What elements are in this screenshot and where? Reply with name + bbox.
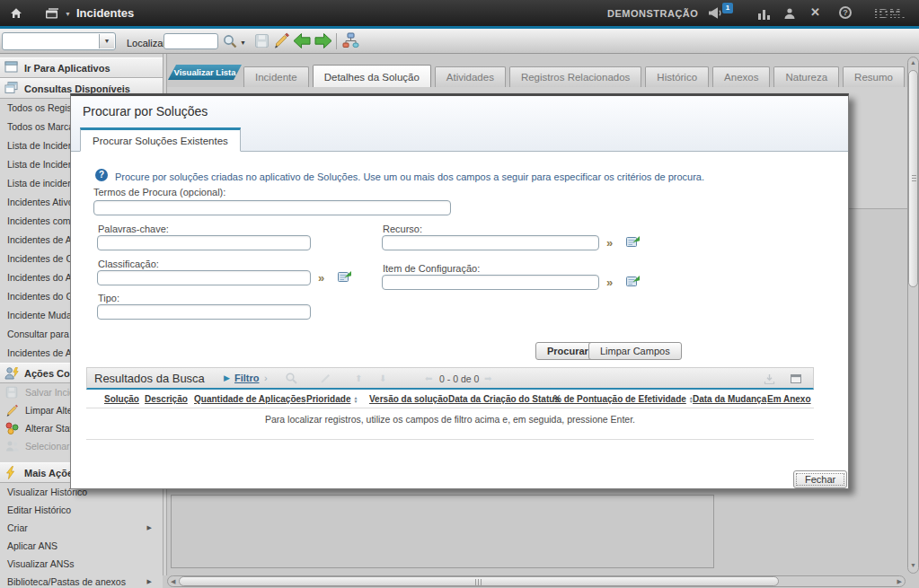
sort-icon[interactable]: ▲▼ <box>353 396 358 403</box>
more-actions-icon <box>4 466 20 479</box>
filter-link[interactable]: Filtro <box>234 373 260 383</box>
classification-input[interactable] <box>97 270 311 285</box>
close-icon[interactable]: ✕ <box>810 5 820 19</box>
next-record-icon[interactable] <box>314 32 332 49</box>
change-status-icon <box>5 422 21 434</box>
select-value-icon[interactable]: » <box>606 237 613 250</box>
application-window: ▼ Incidentes DEMONSTRAÇÃO 1 ✕ ? IBM. ▼ L… <box>0 0 919 588</box>
clear-fields-button[interactable]: Limpar Campos <box>588 342 682 360</box>
home-icon[interactable] <box>9 6 23 21</box>
filter-chevron-icon: › <box>264 373 268 383</box>
tab-hist-rico[interactable]: Histórico <box>645 66 709 87</box>
vertical-scrollbar[interactable]: ▲ ▼ <box>907 57 919 574</box>
keywords-input[interactable] <box>97 235 311 250</box>
bulletins-caret-icon[interactable]: ▼ <box>65 11 71 17</box>
column-header-quantidade-de-aplica-es[interactable]: Quantidade de Aplicações <box>194 394 306 404</box>
previous-page-icon: ⬅ <box>425 373 432 383</box>
profile-icon[interactable] <box>783 7 796 20</box>
action-editar-hist-rico[interactable]: Editar Histórico <box>0 501 163 519</box>
results-title: Resultados da Busca <box>94 372 205 385</box>
scroll-left-icon[interactable]: ◀ <box>171 576 175 586</box>
results-columns: SoluçãoDescriçãoQuantidade de Aplicações… <box>86 390 814 408</box>
select-value-icon[interactable]: » <box>318 272 324 285</box>
search-options-caret-icon[interactable]: ▼ <box>240 39 246 46</box>
action-biblioteca-pastas-de-anexos[interactable]: Biblioteca/Pastas de anexos▶ <box>0 573 163 588</box>
column-header-solu-o[interactable]: Solução <box>104 394 139 404</box>
search-results-section: Resultados da Busca ▶ Filtro › ⬆ ⬇ ⬅ 0 -… <box>86 367 814 440</box>
workflow-icon[interactable] <box>342 32 359 48</box>
horizontal-scrollbar[interactable]: ◀ ▶ <box>167 575 906 587</box>
app-title: Incidentes <box>76 6 134 20</box>
vertical-scrollbar-thumb[interactable] <box>908 70 918 287</box>
asset-label: Recurso: <box>383 224 422 234</box>
sidebar-header-label: Ir Para Aplicativos <box>24 63 110 74</box>
tab-registros-relacionados[interactable]: Registros Relacionados <box>509 66 641 87</box>
move-down-icon: ⬇ <box>379 373 386 383</box>
close-button[interactable]: Fechar <box>793 470 847 488</box>
scroll-down-icon[interactable]: ▼ <box>907 562 919 568</box>
thumb-grip <box>912 175 916 182</box>
tab-row: IncidenteDetalhes da SoluçãoAtividadesRe… <box>243 66 908 87</box>
action-criar[interactable]: Criar▶ <box>0 519 163 537</box>
tab-incidente[interactable]: Incidente <box>243 66 309 87</box>
submenu-arrow-icon: ▶ <box>147 519 152 537</box>
action-visualizar-anss[interactable]: Visualizar ANSs <box>0 555 163 573</box>
search-solutions-dialog: Procurar por Soluções Procurar Soluções … <box>70 93 849 489</box>
ibm-logo: IBM. <box>874 5 906 21</box>
record-form-panel <box>171 495 714 568</box>
tab-natureza[interactable]: Natureza <box>773 66 839 87</box>
type-input[interactable] <box>97 304 311 320</box>
tab-atividades[interactable]: Atividades <box>435 66 506 87</box>
report-chart-icon[interactable] <box>757 8 771 20</box>
tab-resumo[interactable]: Resumo <box>843 66 905 87</box>
column-header-em-anexo[interactable]: Em Anexo <box>767 394 811 404</box>
common-actions-icon <box>4 366 20 380</box>
info-icon: ? <box>95 169 108 181</box>
scroll-right-icon[interactable]: ▶ <box>897 576 902 586</box>
thumb-grip <box>475 579 482 585</box>
select-owner-icon <box>5 440 21 452</box>
column-header-de-pontua-o-de-efetividade[interactable]: % de Pontuação de Efetividade▲▼ <box>553 394 694 404</box>
column-header-data-da-cria-o-do-status[interactable]: Data da Criação do Status <box>448 394 560 404</box>
notification-badge: 1 <box>722 3 733 13</box>
tab-procurar-solucoes-existentes[interactable]: Procurar Soluções Existentes <box>80 127 241 152</box>
sidebar-header-go-to-apps[interactable]: Ir Para Aplicativos <box>0 57 163 78</box>
select-value-icon[interactable]: » <box>606 276 613 289</box>
tab-anexos[interactable]: Anexos <box>712 66 770 87</box>
query-combobox[interactable]: ▼ <box>2 32 116 50</box>
help-icon[interactable]: ? <box>839 6 852 19</box>
sidebar-header-label: Consultas Disponíveis <box>24 83 130 94</box>
column-header-descri-o[interactable]: Descrição <box>145 394 188 404</box>
tab-detalhes-da-solu-o[interactable]: Detalhes da Solução <box>313 65 431 87</box>
column-header-vers-o-da-solu-o[interactable]: Versão da solução <box>369 394 448 404</box>
search-terms-input[interactable] <box>93 200 451 215</box>
search-icon[interactable] <box>222 33 238 49</box>
move-up-icon: ⬆ <box>355 373 362 383</box>
chevron-down-icon[interactable]: ▼ <box>99 34 114 48</box>
clear-changes-icon[interactable] <box>273 32 291 49</box>
save-icon <box>254 33 270 48</box>
table-search-icon <box>285 372 298 385</box>
asset-input[interactable] <box>382 235 599 250</box>
go-to-apps-icon <box>4 61 20 75</box>
scroll-up-icon[interactable]: ▲ <box>907 59 919 66</box>
minimize-window-icon[interactable] <box>791 374 801 383</box>
bulletins-icon[interactable] <box>45 7 60 20</box>
top-bar: ▼ Incidentes DEMONSTRAÇÃO 1 ✕ ? IBM. <box>0 0 919 26</box>
find-input[interactable] <box>163 33 218 49</box>
detail-menu-icon[interactable] <box>337 269 352 284</box>
clear-changes-icon <box>5 404 21 417</box>
column-header-data-da-mudan-a[interactable]: Data da Mudança <box>693 394 766 404</box>
configuration-item-input[interactable] <box>382 275 599 290</box>
horizontal-scrollbar-thumb[interactable] <box>179 576 779 586</box>
detail-menu-icon[interactable] <box>625 274 641 288</box>
action-aplicar-ans[interactable]: Aplicar ANS <box>0 537 163 555</box>
filter-expand-icon[interactable]: ▶ <box>224 373 230 382</box>
next-page-icon: ➡ <box>484 373 491 383</box>
tab-visualizar-lista[interactable]: Visualizar Lista <box>168 65 242 80</box>
column-header-prioridade[interactable]: Prioridade▲▼ <box>306 394 358 404</box>
previous-record-icon[interactable] <box>293 32 312 49</box>
megaphone-icon[interactable] <box>708 6 723 20</box>
detail-menu-icon[interactable] <box>625 234 641 249</box>
toolbar: ▼ Localizar: ▼ <box>0 29 919 54</box>
